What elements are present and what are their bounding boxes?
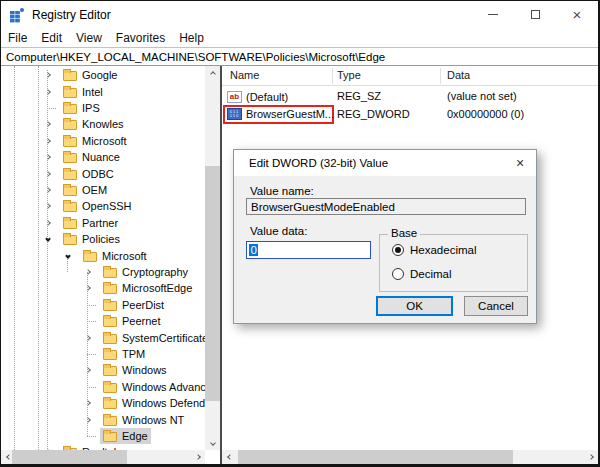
- expand-arrow-icon[interactable]: [42, 182, 54, 198]
- tree-item-knowles[interactable]: Knowles: [1, 116, 205, 132]
- list-horizontal-scrollbar[interactable]: [222, 450, 598, 464]
- tree-item-google[interactable]: Google: [1, 67, 205, 83]
- ok-button[interactable]: OK: [376, 296, 453, 316]
- expand-arrow-icon[interactable]: [42, 133, 54, 149]
- tree-item-body[interactable]: Nuance: [60, 149, 123, 165]
- tree-item-microsoft[interactable]: Microsoft: [1, 133, 205, 149]
- tree-item-windows-advanced[interactable]: Windows Advanced: [1, 379, 205, 395]
- expand-arrow-icon[interactable]: [42, 116, 54, 132]
- value-data-input[interactable]: 0: [246, 241, 371, 259]
- expand-arrow-icon[interactable]: [82, 264, 94, 280]
- tree-item-tpm[interactable]: TPM: [1, 346, 205, 362]
- column-header-data[interactable]: Data: [447, 69, 470, 81]
- scrollbar-thumb[interactable]: [205, 166, 220, 401]
- column-divider[interactable]: [440, 68, 441, 84]
- tree-item-body[interactable]: MicrosoftEdge: [100, 280, 195, 296]
- radio-decimal[interactable]: Decimal: [392, 268, 452, 280]
- expand-arrow-icon[interactable]: [82, 411, 94, 427]
- tree-item-body[interactable]: Windows: [100, 362, 170, 378]
- tree-item-body[interactable]: SystemCertificates: [100, 329, 205, 345]
- tree-item-body[interactable]: OpenSSH: [60, 198, 135, 214]
- expand-arrow-icon[interactable]: [42, 165, 54, 181]
- tree-item-body[interactable]: Windows Defender: [100, 395, 205, 411]
- tree-item-body[interactable]: Microsoft: [80, 247, 150, 263]
- scrollbar-thumb[interactable]: [238, 450, 513, 464]
- tree-item-body[interactable]: Partner: [60, 215, 121, 231]
- expand-arrow-icon[interactable]: [42, 215, 54, 231]
- scroll-left-icon[interactable]: [222, 450, 237, 464]
- close-button[interactable]: ×: [556, 1, 598, 28]
- tree-item-body[interactable]: Google: [60, 67, 120, 83]
- cancel-button[interactable]: Cancel: [464, 296, 528, 316]
- value-name-cell[interactable]: ab(Default): [223, 87, 334, 106]
- menu-view[interactable]: View: [69, 29, 109, 47]
- tree-item-nuance[interactable]: Nuance: [1, 149, 205, 165]
- expand-arrow-icon[interactable]: [42, 83, 54, 99]
- expand-arrow-icon[interactable]: [82, 395, 94, 411]
- menu-help[interactable]: Help: [172, 29, 211, 47]
- registry-value-row[interactable]: 011110BrowserGuestM...REG_DWORD0x0000000…: [222, 106, 598, 123]
- tree-item-intel[interactable]: Intel: [1, 83, 205, 99]
- menu-favorites[interactable]: Favorites: [109, 29, 172, 47]
- tree-item-body[interactable]: Knowles: [60, 116, 127, 132]
- tree-item-body[interactable]: OEM: [60, 182, 110, 198]
- scroll-right-icon[interactable]: [583, 450, 598, 464]
- dialog-close-button[interactable]: ×: [504, 150, 536, 176]
- tree-item-partner[interactable]: Partner: [1, 215, 205, 231]
- tree-item-body[interactable]: Microsoft: [60, 133, 130, 149]
- tree-item-body[interactable]: Edge: [100, 428, 151, 444]
- tree-item-microsoftedge[interactable]: MicrosoftEdge: [1, 280, 205, 296]
- tree-item-peernet[interactable]: Peernet: [1, 313, 205, 329]
- tree-item-cryptography[interactable]: Cryptography: [1, 264, 205, 280]
- tree-item-windows-defender[interactable]: Windows Defender: [1, 395, 205, 411]
- tree-item-windows[interactable]: Windows: [1, 362, 205, 378]
- maximize-button[interactable]: [514, 1, 556, 28]
- minimize-button[interactable]: [472, 1, 514, 28]
- column-header-type[interactable]: Type: [337, 69, 361, 81]
- tree-item-peerdist[interactable]: PeerDist: [1, 297, 205, 313]
- tree-item-body[interactable]: TPM: [100, 346, 148, 362]
- expand-arrow-icon[interactable]: [82, 280, 94, 296]
- tree-item-body[interactable]: IPS: [60, 100, 103, 116]
- menu-edit[interactable]: Edit: [34, 29, 69, 47]
- tree-item-body[interactable]: ODBC: [60, 165, 117, 181]
- tree-item-ips[interactable]: IPS: [1, 100, 205, 116]
- scroll-right-icon[interactable]: [190, 450, 205, 464]
- tree-item-body[interactable]: Windows Advanced: [100, 379, 205, 395]
- tree-item-oem[interactable]: OEM: [1, 182, 205, 198]
- scroll-up-icon[interactable]: [205, 66, 220, 81]
- tree-item-body[interactable]: Intel: [60, 83, 106, 99]
- tree-item-windows-nt[interactable]: Windows NT: [1, 411, 205, 427]
- column-divider[interactable]: [332, 68, 333, 84]
- tree-vertical-scrollbar[interactable]: [205, 66, 220, 450]
- highlighted-value-name-cell[interactable]: 011110BrowserGuestM...: [223, 105, 334, 124]
- tree-horizontal-scrollbar[interactable]: [1, 450, 205, 464]
- tree-item-openssh[interactable]: OpenSSH: [1, 198, 205, 214]
- tree-item-body[interactable]: Peernet: [100, 313, 164, 329]
- tree-item-edge[interactable]: Edge: [1, 428, 205, 444]
- collapse-arrow-icon[interactable]: [62, 247, 74, 263]
- tree-item-systemcertificates[interactable]: SystemCertificates: [1, 329, 205, 345]
- folder-icon: [103, 366, 117, 376]
- tree-item-policies[interactable]: Policies: [1, 231, 205, 247]
- tree-item-body[interactable]: PeerDist: [100, 297, 167, 313]
- scroll-down-icon[interactable]: [205, 435, 220, 450]
- dialog-title-bar: Edit DWORD (32-bit) Value: [234, 150, 536, 176]
- address-bar[interactable]: Computer\HKEY_LOCAL_MACHINE\SOFTWARE\Pol…: [1, 47, 598, 66]
- tree-item-body[interactable]: Policies: [60, 231, 123, 247]
- expand-arrow-icon[interactable]: [82, 362, 94, 378]
- expand-arrow-icon[interactable]: [42, 198, 54, 214]
- expand-arrow-icon[interactable]: [42, 149, 54, 165]
- registry-value-row[interactable]: ab(Default)REG_SZ(value not set): [222, 88, 598, 105]
- tree-item-microsoft[interactable]: Microsoft: [1, 247, 205, 263]
- radio-hexadecimal[interactable]: Hexadecimal: [392, 244, 476, 256]
- scrollbar-thumb[interactable]: [12, 450, 127, 464]
- menu-file[interactable]: File: [1, 29, 34, 47]
- tree-item-odbc[interactable]: ODBC: [1, 165, 205, 181]
- tree-item-body[interactable]: Windows NT: [100, 411, 187, 427]
- column-header-name[interactable]: Name: [230, 69, 259, 81]
- tree-item-body[interactable]: Cryptography: [100, 264, 191, 280]
- expand-arrow-icon[interactable]: [82, 329, 94, 345]
- collapse-arrow-icon[interactable]: [42, 231, 54, 247]
- expand-arrow-icon[interactable]: [42, 67, 54, 83]
